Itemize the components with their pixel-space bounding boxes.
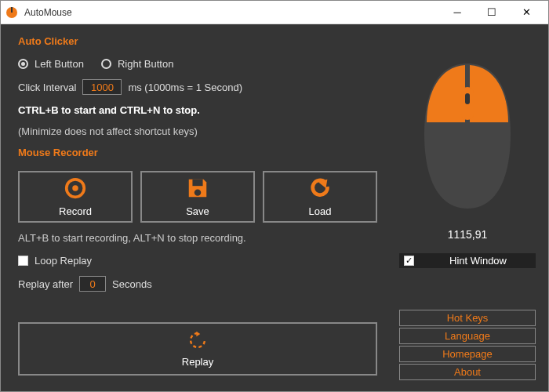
load-button[interactable]: Load — [263, 171, 377, 223]
recorder-shortcut-hint: ALT+B to start recording, ALT+N to stop … — [18, 232, 253, 244]
loop-replay-checkbox[interactable] — [18, 256, 28, 266]
titlebar: AutoMouse ─ ☐ ✕ — [1, 1, 548, 24]
loop-replay-row: Loop Replay — [18, 255, 377, 267]
click-interval-label: Click Interval — [18, 82, 76, 93]
replay-after-row: Replay after Seconds — [18, 276, 377, 292]
right-button-label: Right Button — [118, 58, 174, 70]
auto-clicker-header: Auto Clicker — [18, 35, 377, 47]
replay-icon — [187, 330, 208, 353]
recorder-button-row: Record Save Load — [18, 171, 377, 223]
svg-rect-7 — [465, 93, 470, 104]
save-icon — [186, 176, 209, 202]
save-button[interactable]: Save — [140, 171, 255, 223]
button-choice-row: Left Button Right Button — [18, 58, 377, 70]
hot-keys-link[interactable]: Hot Keys — [399, 310, 536, 326]
mouse-graphic — [413, 56, 522, 216]
replay-label: Replay — [182, 356, 213, 368]
clicker-shortcut-hint: CTRL+B to start and CTRL+N to stop. — [18, 104, 377, 116]
language-link[interactable]: Language — [399, 328, 536, 344]
about-link[interactable]: About — [399, 364, 536, 380]
app-icon — [5, 6, 18, 19]
replay-button[interactable]: Replay — [18, 322, 377, 376]
right-button-radio[interactable] — [101, 59, 111, 69]
right-panel: 1115,91 Hint Window Hot Keys Language Ho… — [391, 24, 548, 391]
load-label: Load — [309, 205, 332, 217]
load-icon — [308, 176, 332, 202]
loop-replay-label: Loop Replay — [35, 255, 92, 267]
hint-window-row: Hint Window — [399, 253, 536, 268]
svg-rect-1 — [11, 7, 13, 13]
seconds-label: Seconds — [112, 278, 152, 290]
link-list: Hot Keys Language Homepage About — [399, 310, 536, 380]
svg-rect-4 — [192, 180, 202, 186]
save-label: Save — [186, 205, 209, 217]
record-icon — [64, 176, 87, 202]
homepage-link[interactable]: Homepage — [399, 346, 536, 362]
close-button[interactable]: ✕ — [509, 2, 544, 24]
record-button[interactable]: Record — [18, 171, 133, 223]
left-button-label: Left Button — [35, 58, 84, 70]
mouse-recorder-header: Mouse Recorder — [18, 147, 377, 158]
hint-window-checkbox[interactable] — [404, 256, 414, 266]
cursor-coords: 1115,91 — [448, 228, 488, 241]
left-panel: Auto Clicker Left Button Right Button Cl… — [1, 24, 391, 391]
left-button-radio[interactable] — [18, 59, 28, 69]
minimize-hint: (Minimize does not affect shortcut keys) — [18, 125, 377, 137]
svg-point-3 — [72, 185, 78, 191]
svg-point-5 — [195, 189, 201, 195]
interval-suffix: ms (1000ms = 1 Second) — [128, 82, 242, 93]
click-interval-input[interactable] — [82, 79, 122, 95]
content-area: Auto Clicker Left Button Right Button Cl… — [1, 24, 548, 391]
window-title: AutoMouse — [24, 7, 440, 18]
app-window: AutoMouse ─ ☐ ✕ Auto Clicker Left Button… — [0, 0, 549, 392]
maximize-button[interactable]: ☐ — [474, 2, 509, 24]
hint-window-label: Hint Window — [420, 255, 536, 267]
replay-after-input[interactable] — [79, 276, 106, 292]
record-label: Record — [59, 205, 92, 217]
minimize-button[interactable]: ─ — [440, 2, 474, 24]
replay-after-label: Replay after — [18, 278, 73, 290]
interval-row: Click Interval ms (1000ms = 1 Second) — [18, 79, 377, 95]
